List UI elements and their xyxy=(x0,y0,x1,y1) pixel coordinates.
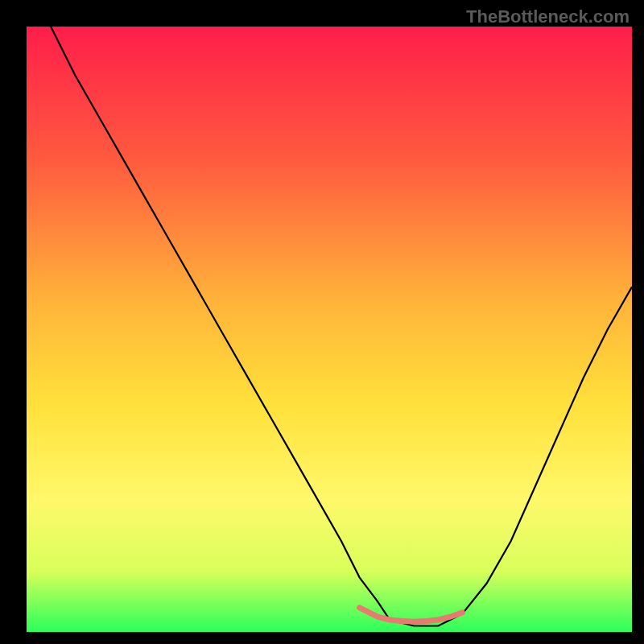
plot-background xyxy=(27,27,632,632)
chart-svg xyxy=(0,0,644,644)
bottleneck-chart xyxy=(0,0,644,644)
watermark-text: TheBottleneck.com xyxy=(466,6,630,27)
